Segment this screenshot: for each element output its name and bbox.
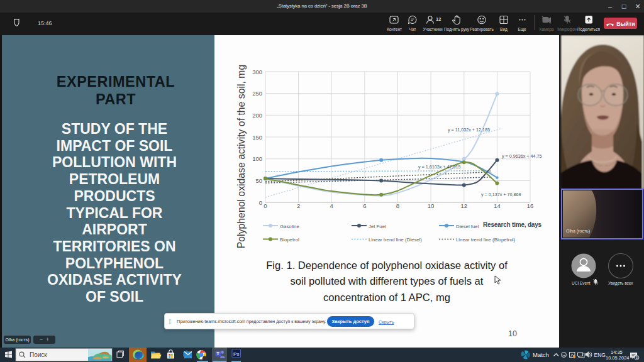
svg-text:Ps: Ps bbox=[233, 351, 240, 357]
svg-text:Поделиться: Поделиться bbox=[577, 27, 600, 32]
svg-text:Match: Match bbox=[533, 351, 549, 358]
svg-text:Olha (гость): Olha (гость) bbox=[566, 229, 590, 234]
svg-text:Камера: Камера bbox=[540, 27, 554, 32]
svg-text:Biopetrol: Biopetrol bbox=[280, 237, 299, 243]
svg-text:ENG: ENG bbox=[594, 352, 606, 358]
svg-text:100: 100 bbox=[252, 155, 262, 162]
svg-text:Увидеть всех: Увидеть всех bbox=[608, 281, 633, 286]
svg-text:4: 4 bbox=[330, 202, 333, 209]
svg-text:8: 8 bbox=[396, 202, 399, 209]
svg-text:2: 2 bbox=[297, 202, 300, 209]
svg-text:150: 150 bbox=[252, 134, 262, 141]
svg-text:Jet Fuel: Jet Fuel bbox=[369, 224, 386, 229]
svg-text:200: 200 bbox=[252, 112, 262, 119]
svg-text:16: 16 bbox=[527, 202, 534, 209]
svg-text:y = 0,9636x + 44,75: y = 0,9636x + 44,75 bbox=[502, 153, 542, 159]
svg-text:Linear trend line (Diesel): Linear trend line (Diesel) bbox=[369, 237, 422, 243]
svg-text:14:35: 14:35 bbox=[611, 349, 623, 355]
svg-text:250: 250 bbox=[252, 90, 262, 97]
svg-text:Микрофон: Микрофон bbox=[557, 27, 577, 32]
svg-text:300: 300 bbox=[252, 69, 262, 75]
svg-text:Еще: Еще bbox=[518, 27, 526, 32]
svg-text:10.05.2024: 10.05.2024 bbox=[606, 355, 630, 361]
svg-text:y = 0,137x + 70,869: y = 0,137x + 70,869 bbox=[481, 192, 521, 197]
svg-text:Поиск: Поиск bbox=[30, 351, 47, 358]
svg-text:Чат: Чат bbox=[409, 27, 416, 31]
svg-text:Контент: Контент bbox=[387, 27, 402, 31]
svg-text:10: 10 bbox=[428, 202, 435, 209]
svg-text:Реагировать: Реагировать bbox=[470, 27, 494, 32]
svg-text:Gasoline: Gasoline bbox=[280, 224, 299, 229]
svg-text:T: T bbox=[216, 351, 219, 356]
svg-text:Research time, days: Research time, days bbox=[483, 221, 542, 228]
svg-text:Поднять руку: Поднять руку bbox=[444, 27, 470, 32]
svg-text:Polyphenol oxidase activity of: Polyphenol oxidase activity of the soil,… bbox=[236, 65, 247, 248]
svg-text:0: 0 bbox=[264, 202, 267, 209]
svg-text:UCI Event: UCI Event bbox=[572, 281, 591, 285]
svg-text:y = 1,6103x + 47,915: y = 1,6103x + 47,915 bbox=[418, 164, 461, 170]
svg-text:12: 12 bbox=[436, 16, 441, 22]
svg-text:6: 6 bbox=[363, 202, 366, 209]
svg-text:12: 12 bbox=[461, 202, 468, 209]
svg-text:Вид: Вид bbox=[500, 27, 508, 32]
svg-text:14: 14 bbox=[494, 202, 501, 209]
svg-text:Linear trend line (Biopetrol): Linear trend line (Biopetrol) bbox=[456, 237, 515, 243]
svg-text:Diesel fuel: Diesel fuel bbox=[456, 224, 479, 229]
svg-text:50: 50 bbox=[255, 177, 262, 184]
svg-text:y = 11,032x + 12,185: y = 11,032x + 12,185 bbox=[448, 127, 490, 133]
svg-text:Участники: Участники bbox=[423, 27, 442, 31]
svg-text:0: 0 bbox=[259, 199, 262, 206]
